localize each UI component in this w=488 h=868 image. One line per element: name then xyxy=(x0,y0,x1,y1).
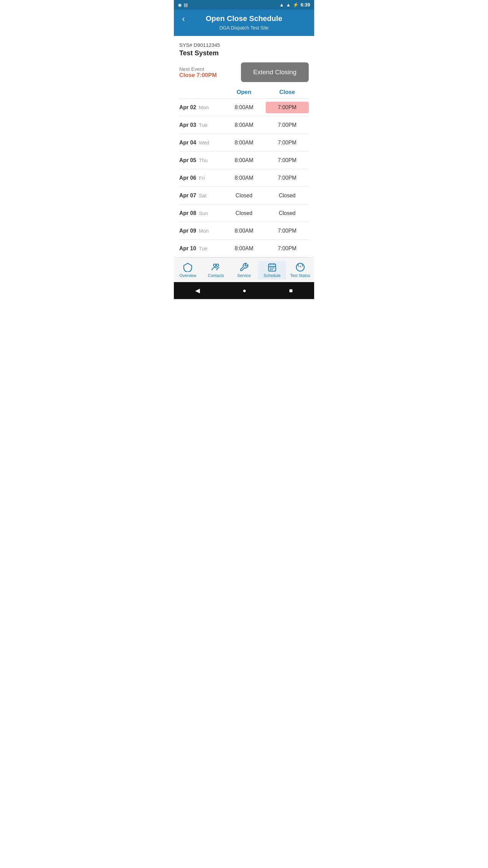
bottom-nav: Overview Contacts Service xyxy=(174,257,314,282)
system-nav-bar: ◀ ● ■ xyxy=(174,282,314,299)
svg-point-0 xyxy=(214,264,216,267)
sys-number: SYS# D90112345 xyxy=(179,42,309,48)
nav-item-overview[interactable]: Overview xyxy=(174,261,202,279)
time-display: 6:39 xyxy=(301,2,310,7)
date-main: Apr 08 xyxy=(179,210,196,216)
date-day: Wed xyxy=(199,140,209,145)
date-day: Mon xyxy=(199,228,209,234)
row-close: Closed xyxy=(266,208,309,219)
row-date: Apr 04 Wed xyxy=(179,137,222,149)
date-day: Tue xyxy=(199,245,207,251)
row-date: Apr 09 Mon xyxy=(179,225,222,237)
table-row: Apr 05 Thu 8:00AM 7:00PM xyxy=(179,152,309,169)
schedule-icon xyxy=(267,262,277,272)
date-main: Apr 05 xyxy=(179,157,196,163)
battery-icon: ⚡ xyxy=(293,2,299,7)
nav-label-schedule: Schedule xyxy=(264,273,281,278)
sim-icon: ▤ xyxy=(184,2,188,7)
date-main: Apr 10 xyxy=(179,245,196,252)
row-date: Apr 03 Tue xyxy=(179,119,222,131)
row-close: 7:00PM xyxy=(266,225,309,237)
row-open: 8:00AM xyxy=(222,225,265,237)
test-status-icon xyxy=(296,262,305,272)
table-row: Apr 10 Tue 8:00AM 7:00PM xyxy=(179,240,309,257)
table-row: Apr 09 Mon 8:00AM 7:00PM xyxy=(179,222,309,240)
date-day: Thu xyxy=(199,157,208,163)
event-row: Next Event Close 7:00PM Extend Closing xyxy=(179,62,309,82)
nav-label-overview: Overview xyxy=(179,273,196,278)
date-day: Tue xyxy=(199,122,207,128)
system-home-button[interactable]: ● xyxy=(237,286,252,296)
date-day: Mon xyxy=(199,104,209,110)
row-open: Closed xyxy=(222,190,265,201)
page-title: Open Close Schedule xyxy=(206,14,282,23)
row-date: Apr 08 Sun xyxy=(179,208,222,219)
open-col-header: Open xyxy=(222,89,265,96)
back-button[interactable]: ‹ xyxy=(179,14,188,23)
row-date: Apr 10 Tue xyxy=(179,243,222,254)
status-bar-left: ◉ ▤ xyxy=(178,2,188,7)
date-main: Apr 06 xyxy=(179,175,196,181)
row-close: 7:00PM xyxy=(266,119,309,131)
contacts-icon xyxy=(211,262,221,272)
row-open: Closed xyxy=(222,208,265,219)
row-date: Apr 02 Mon xyxy=(179,102,222,113)
row-open: 8:00AM xyxy=(222,243,265,254)
date-main: Apr 03 xyxy=(179,122,196,128)
circle-icon: ◉ xyxy=(178,2,182,7)
table-row: Apr 08 Sun Closed Closed xyxy=(179,204,309,222)
row-close: 7:00PM xyxy=(266,155,309,166)
row-close: 7:00PM xyxy=(266,137,309,149)
next-event-block: Next Event Close 7:00PM xyxy=(179,66,217,79)
row-open: 8:00AM xyxy=(222,155,265,166)
signal-icon: ▲ xyxy=(286,2,291,7)
table-row: Apr 03 Tue 8:00AM 7:00PM xyxy=(179,116,309,134)
row-date: Apr 05 Thu xyxy=(179,155,222,166)
nav-item-test-status[interactable]: Test Status xyxy=(286,261,314,279)
service-icon xyxy=(239,262,249,272)
table-row: Apr 02 Mon 8:00AM 7:00PM xyxy=(179,99,309,116)
wifi-icon: ▲ xyxy=(279,2,284,7)
nav-item-contacts[interactable]: Contacts xyxy=(202,261,230,279)
schedule-header: Open Close xyxy=(179,89,309,99)
status-bar-right: ▲ ▲ ⚡ 6:39 xyxy=(279,2,310,7)
header-top: ‹ Open Close Schedule xyxy=(179,14,309,23)
main-content: SYS# D90112345 Test System Next Event Cl… xyxy=(174,36,314,257)
schedule-body: Apr 02 Mon 8:00AM 7:00PM Apr 03 Tue 8:00… xyxy=(179,99,309,257)
nav-label-test-status: Test Status xyxy=(290,273,310,278)
row-close: 7:00PM xyxy=(266,102,309,113)
date-day: Fri xyxy=(199,175,205,181)
date-main: Apr 09 xyxy=(179,228,196,234)
next-event-label: Next Event xyxy=(179,66,217,72)
close-col-header: Close xyxy=(266,89,309,96)
date-main: Apr 02 xyxy=(179,104,196,111)
table-row: Apr 04 Wed 8:00AM 7:00PM xyxy=(179,134,309,152)
row-date: Apr 07 Sat xyxy=(179,190,222,201)
date-col-header xyxy=(179,89,222,96)
nav-label-service: Service xyxy=(237,273,251,278)
row-date: Apr 06 Fri xyxy=(179,172,222,184)
date-main: Apr 04 xyxy=(179,140,196,146)
sys-name: Test System xyxy=(179,49,309,57)
svg-point-1 xyxy=(216,264,219,267)
next-event-value: Close 7:00PM xyxy=(179,72,217,79)
nav-item-schedule[interactable]: Schedule xyxy=(258,261,286,279)
nav-item-service[interactable]: Service xyxy=(230,261,258,279)
overview-icon xyxy=(183,262,192,272)
system-back-button[interactable]: ◀ xyxy=(190,285,205,296)
system-recent-button[interactable]: ■ xyxy=(284,286,298,296)
row-open: 8:00AM xyxy=(222,137,265,149)
row-open: 8:00AM xyxy=(222,172,265,184)
row-close: Closed xyxy=(266,190,309,201)
date-day: Sat xyxy=(199,193,207,198)
row-open: 8:00AM xyxy=(222,102,265,113)
app-header: ‹ Open Close Schedule DGA Dispatch Test … xyxy=(174,9,314,36)
row-open: 8:00AM xyxy=(222,119,265,131)
row-close: 7:00PM xyxy=(266,172,309,184)
extend-closing-button[interactable]: Extend Closing xyxy=(241,62,309,82)
row-close: 7:00PM xyxy=(266,243,309,254)
table-row: Apr 06 Fri 8:00AM 7:00PM xyxy=(179,169,309,187)
date-main: Apr 07 xyxy=(179,193,196,199)
nav-label-contacts: Contacts xyxy=(208,273,224,278)
status-bar: ◉ ▤ ▲ ▲ ⚡ 6:39 xyxy=(174,0,314,9)
